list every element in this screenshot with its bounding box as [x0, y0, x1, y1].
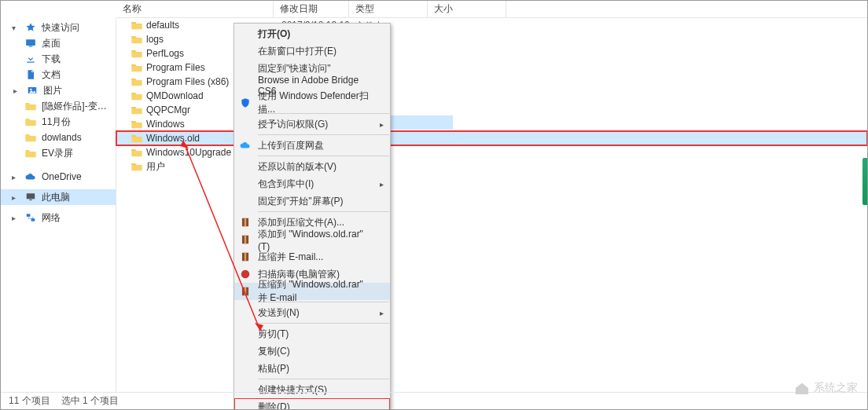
- chevron-down-icon: ▾: [12, 24, 20, 32]
- folder-icon: [131, 90, 143, 101]
- file-row[interactable]: Windows: [116, 117, 867, 131]
- columns-header: 名称 修改日期 类型 大小: [116, 1, 867, 18]
- menu-label: 压缩到 "Windows.old.rar" 并 E-mail: [258, 278, 371, 305]
- menu-label: 固定到"开始"屏幕(P): [258, 195, 344, 208]
- folder-icon: [131, 104, 143, 115]
- menu-rar-addto[interactable]: 添加到 "Windows.old.rar"(T): [234, 231, 390, 248]
- folder-icon: [131, 133, 143, 144]
- nav-label: EV录屏: [42, 147, 73, 160]
- file-name: PerfLogs: [146, 48, 184, 59]
- nav-pictures[interactable]: ▸ 图片: [1, 82, 116, 98]
- chevron-right-icon: ▸: [12, 173, 20, 181]
- file-name: 用户: [146, 160, 165, 174]
- column-type[interactable]: 类型: [349, 1, 428, 17]
- menu-restore-previous[interactable]: 还原以前的版本(V): [234, 158, 390, 175]
- menu-pin-start[interactable]: 固定到"开始"屏幕(P): [234, 192, 390, 210]
- menu-windows-defender[interactable]: 使用 Windows Defender扫描...: [234, 94, 390, 112]
- column-name[interactable]: 名称: [116, 1, 274, 17]
- archive-icon: [239, 285, 252, 298]
- menu-send-to[interactable]: 发送到(N)▸: [234, 304, 390, 321]
- cloud-icon: [24, 170, 37, 183]
- nav-downloads[interactable]: 下载: [1, 51, 116, 67]
- folder-icon: [131, 147, 143, 158]
- nav-onedrive[interactable]: ▸ OneDrive: [1, 169, 116, 185]
- file-name: Windows: [146, 119, 185, 130]
- file-name: QQPCMgr: [146, 104, 190, 115]
- file-row[interactable]: logs: [116, 32, 867, 46]
- chevron-right-icon: ▸: [380, 120, 384, 129]
- nav-documents[interactable]: 文档: [1, 67, 116, 82]
- file-row[interactable]: 用户: [116, 159, 867, 174]
- nav-desktop[interactable]: 桌面: [1, 35, 116, 51]
- menu-rar-addto-email[interactable]: 压缩到 "Windows.old.rar" 并 E-mail: [234, 283, 390, 300]
- menu-separator: [258, 211, 389, 212]
- column-size[interactable]: 大小: [428, 1, 506, 17]
- menu-label: 在新窗口中打开(E): [258, 45, 337, 58]
- nav-label: [隐姬作品]-变态者电: [42, 100, 116, 113]
- menu-include-library[interactable]: 包含到库中(I)▸: [234, 175, 390, 192]
- nav-this-pc[interactable]: ▸ 此电脑: [1, 189, 116, 205]
- menu-cut[interactable]: 剪切(T): [234, 325, 390, 342]
- menu-separator: [258, 134, 389, 135]
- menu-label: 粘贴(P): [258, 362, 289, 375]
- file-name: Program Files: [146, 62, 205, 73]
- menu-grant-access[interactable]: 授予访问权限(G)▸: [234, 115, 390, 133]
- menu-separator: [258, 379, 389, 379]
- file-row[interactable]: QMDownload: [116, 89, 867, 103]
- nav-label: 图片: [43, 84, 62, 97]
- folder-icon: [24, 147, 37, 159]
- nav-label: OneDrive: [42, 171, 82, 182]
- chevron-right-icon: ▸: [380, 309, 384, 317]
- context-menu: 打开(O) 在新窗口中打开(E) 固定到"快速访问" Browse in Ado…: [234, 23, 391, 410]
- column-date[interactable]: 修改日期: [274, 1, 349, 17]
- menu-label: 包含到库中(I): [258, 178, 314, 191]
- folder-icon: [131, 48, 143, 59]
- menu-paste[interactable]: 粘贴(P): [234, 360, 390, 377]
- svg-rect-13: [245, 253, 246, 262]
- menu-label: 发送到(N): [258, 306, 300, 320]
- nav-label: 此电脑: [42, 191, 70, 204]
- pictures-icon: [26, 84, 39, 97]
- menu-separator: [258, 323, 389, 324]
- file-row[interactable]: Program Files (x86): [116, 75, 867, 89]
- nav-folder-4[interactable]: EV录屏: [1, 145, 116, 161]
- menu-label: 使用 Windows Defender扫描...: [258, 90, 371, 116]
- side-tab[interactable]: [862, 158, 867, 205]
- file-name: Windows10Upgrade: [146, 147, 231, 158]
- status-count: 11 个项目: [9, 394, 50, 408]
- nav-quick-access[interactable]: ▾ 快速访问: [1, 20, 116, 35]
- file-row[interactable]: Windows10Upgrade: [116, 145, 867, 159]
- menu-open-new-window[interactable]: 在新窗口中打开(E): [234, 42, 390, 60]
- file-row[interactable]: defaults: [116, 18, 867, 32]
- menu-rar-email[interactable]: 压缩并 E-mail...: [234, 248, 390, 265]
- svg-point-3: [30, 89, 31, 90]
- download-icon: [24, 53, 37, 65]
- file-row[interactable]: Windows.old: [116, 131, 867, 145]
- chevron-right-icon: ▸: [12, 214, 20, 222]
- menu-baidu-upload[interactable]: 上传到百度网盘: [234, 137, 390, 154]
- nav-label: 快速访问: [42, 21, 79, 35]
- menu-label: 剪切(T): [258, 328, 289, 341]
- network-icon: [24, 211, 37, 224]
- nav-folder-1[interactable]: [隐姬作品]-变态者电: [1, 98, 116, 114]
- chevron-right-icon: ▸: [380, 180, 384, 189]
- file-row[interactable]: Program Files: [116, 60, 867, 75]
- file-row[interactable]: QQPCMgr: [116, 103, 867, 117]
- nav-folder-2[interactable]: 11月份: [1, 114, 116, 130]
- svg-rect-1: [29, 46, 33, 47]
- folder-icon: [131, 119, 143, 130]
- nav-folder-3[interactable]: dowlands: [1, 130, 116, 145]
- chevron-right-icon: ▸: [12, 193, 20, 202]
- folder-icon: [131, 20, 143, 31]
- nav-network[interactable]: ▸ 网络: [1, 210, 116, 225]
- menu-label: 上传到百度网盘: [258, 139, 324, 152]
- menu-copy[interactable]: 复制(C): [234, 342, 390, 360]
- file-name: defaults: [146, 20, 179, 31]
- menu-open[interactable]: 打开(O): [234, 25, 390, 42]
- menu-label: 授予访问权限(G): [258, 118, 328, 131]
- menu-separator: [258, 156, 389, 156]
- file-name: Windows.old: [146, 133, 200, 144]
- file-row[interactable]: PerfLogs: [116, 46, 867, 60]
- menu-label: 固定到"快速访问": [258, 62, 331, 75]
- file-list[interactable]: 2017/9/10 13:16 文件夹 defaultslogsPerfLogs…: [116, 18, 867, 392]
